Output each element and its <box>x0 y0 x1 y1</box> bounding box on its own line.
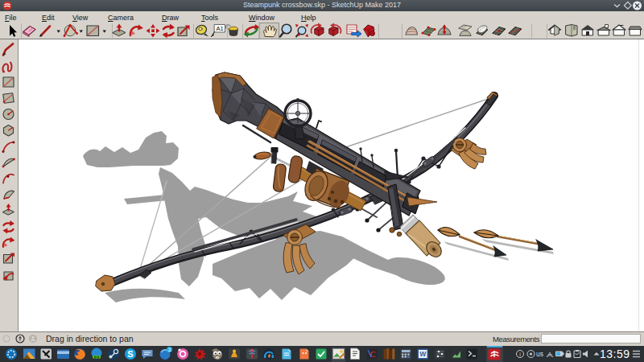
svg-text:A1: A1 <box>217 25 224 32</box>
svg-text:S: S <box>127 349 133 359</box>
svg-text:i: i <box>519 352 521 357</box>
svg-text:us: us <box>536 350 543 358</box>
svg-text:2: 2 <box>168 348 171 352</box>
svg-text:W: W <box>419 350 427 358</box>
svg-text:C: C <box>369 350 375 359</box>
